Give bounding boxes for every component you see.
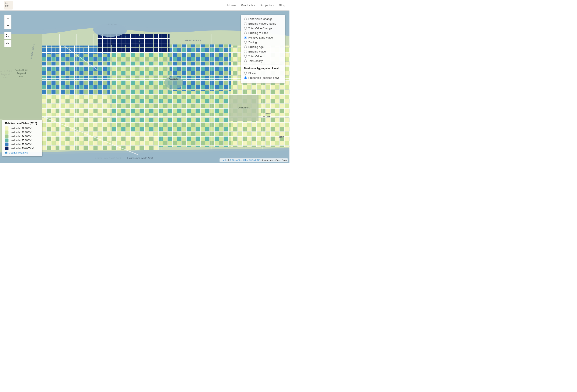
legend-item: Land value $2,000/m²: [5, 127, 39, 130]
label-building-age[interactable]: Building Age: [248, 45, 264, 48]
radio-agg-blocks[interactable]: [244, 72, 247, 74]
sidebar-item-building-value-change[interactable]: Building Value Change: [244, 22, 282, 25]
legend-label: Land value $2,000/m²: [10, 127, 32, 130]
legend-label: Land value $7,000/m²: [10, 143, 32, 145]
radio-land-value-change[interactable]: [244, 18, 247, 20]
vancouver-attribution: & Vancouver Open Data: [262, 159, 287, 161]
sidebar-item-tax-density[interactable]: Tax Density: [244, 59, 282, 63]
sidebar-divider: [244, 65, 282, 65]
nav-blog[interactable]: Blog: [279, 3, 285, 7]
svg-text:Central Park: Central Park: [238, 106, 250, 109]
leaflet-link[interactable]: Leaflet: [220, 159, 228, 161]
legend-label: Land value $3,000/m²: [10, 131, 32, 133]
radio-building-age[interactable]: [244, 46, 247, 48]
sidebar-panel: Land Value Change Building Value Change …: [241, 15, 285, 83]
sidebar-item-zoning[interactable]: Zoning: [244, 41, 282, 44]
sidebar-item-land-value-change[interactable]: Land Value Change: [244, 17, 282, 21]
legend-items: Land value $2,000/m² Land value $3,000/m…: [5, 127, 39, 150]
radio-zoning[interactable]: [244, 41, 247, 44]
legend-label: Land value $4,000/m²: [10, 135, 32, 137]
sidebar-item-building-age[interactable]: Building Age: [244, 45, 282, 48]
radio-total-value-change[interactable]: [244, 27, 247, 30]
mountainmath-text: MountainMath.ca: [8, 151, 28, 154]
legend-item: Land value $5,000/m²: [5, 138, 39, 142]
legend-item: Land value $4,000/m²: [5, 134, 39, 138]
nav-home[interactable]: Home: [227, 3, 236, 7]
mountainmath-icon: 🏔: [5, 151, 8, 154]
svg-point-180: [7, 43, 8, 44]
radio-agg-properties[interactable]: [244, 76, 247, 79]
products-dropdown-icon: ▾: [254, 4, 255, 7]
legend-swatch: [5, 147, 8, 150]
aggregation-options: Blocks Properties (desktop only): [244, 72, 282, 79]
zoom-out-button[interactable]: −: [4, 22, 11, 29]
label-total-value-change[interactable]: Total Value Change: [248, 27, 272, 30]
label-zoning[interactable]: Zoning: [248, 41, 257, 44]
legend-swatch: [5, 142, 8, 146]
aggregation-item-properties[interactable]: Properties (desktop only): [244, 76, 282, 79]
zoom-in-button[interactable]: +: [4, 15, 11, 22]
radio-building-value[interactable]: [244, 50, 247, 53]
label-building-value[interactable]: Building Value: [248, 50, 266, 53]
sidebar-item-building-value[interactable]: Building Value: [244, 50, 282, 53]
legend-item: Land value $7,000/m²: [5, 142, 39, 146]
svg-rect-137: [110, 53, 159, 131]
legend-swatch: [5, 138, 8, 142]
attribution-bar: Leaflet | © OpenStreetMap © CartoDB, & V…: [219, 158, 288, 162]
svg-text:Pacific Spirit: Pacific Spirit: [15, 69, 28, 71]
svg-text:Park: Park: [19, 75, 24, 78]
legend-swatch: [5, 127, 8, 130]
sidebar-item-total-value-change[interactable]: Total Value Change: [244, 27, 282, 30]
aggregation-title: Maximum Aggregation Level: [244, 67, 282, 70]
svg-text:SPRINGS DRIVE: SPRINGS DRIVE: [184, 39, 201, 42]
nav-links: Home Products ▾ Projects ▾ Blog: [227, 3, 285, 7]
svg-text:SOUTH: SOUTH: [278, 136, 285, 138]
zoom-controls: + −: [4, 15, 11, 29]
legend-panel: Relative Land Value (2016) Land value $2…: [2, 120, 42, 156]
svg-text:VILLAGE: VILLAGE: [263, 115, 271, 117]
map-controls: + −: [4, 15, 11, 47]
radio-relative-land-value[interactable]: [244, 36, 247, 39]
label-building-value-change[interactable]: Building Value Change: [248, 22, 276, 25]
radio-tax-density[interactable]: [244, 60, 247, 62]
label-agg-blocks[interactable]: Blocks: [248, 72, 256, 75]
sidebar-item-total-value[interactable]: Total Value: [244, 55, 282, 58]
legend-label: Land value $5,000/m²: [10, 139, 32, 141]
nav-products[interactable]: Products ▾: [241, 3, 255, 7]
radio-building-to-land[interactable]: [244, 32, 247, 34]
label-agg-properties[interactable]: Properties (desktop only): [248, 76, 279, 79]
label-building-to-land[interactable]: Building to Land: [248, 31, 268, 34]
svg-text:Trout Lake: Trout Lake: [169, 78, 179, 80]
openstreetmap-link[interactable]: © OpenStreetMap: [229, 159, 248, 161]
svg-text:GARDEN: GARDEN: [263, 113, 271, 115]
legend-swatch: [5, 131, 8, 134]
nav-projects[interactable]: Projects ▾: [260, 3, 274, 7]
radio-building-value-change[interactable]: [244, 22, 247, 25]
navbar: 山軟 數體 Home Products ▾ Projects ▾ Blog: [0, 0, 289, 11]
legend-title: Relative Land Value (2016): [5, 122, 39, 125]
cartodb-link[interactable]: © CartoDB: [249, 159, 260, 161]
aggregation-item-blocks[interactable]: Blocks: [244, 72, 282, 75]
legend-item: Land value $10,000/m²: [5, 147, 39, 150]
legend-label: Land value $10,000/m²: [10, 147, 34, 150]
svg-text:Fraser River (North Arm): Fraser River (North Arm): [127, 157, 153, 159]
sidebar-item-relative-land-value[interactable]: Relative Land Value: [244, 36, 282, 39]
label-total-value[interactable]: Total Value: [248, 55, 262, 58]
site-logo[interactable]: 山軟 數體: [4, 1, 13, 9]
fullscreen-button[interactable]: [4, 32, 11, 39]
label-land-value-change[interactable]: Land Value Change: [248, 17, 273, 21]
svg-text:山軟: 山軟: [5, 2, 8, 4]
svg-point-171: [94, 23, 126, 37]
map-layer-options: Land Value Change Building Value Change …: [244, 17, 282, 63]
legend-item: Land value $3,000/m²: [5, 131, 39, 134]
projects-dropdown-icon: ▾: [273, 4, 274, 7]
radio-total-value[interactable]: [244, 55, 247, 58]
label-relative-land-value[interactable]: Relative Land Value: [248, 36, 273, 39]
mountainmath-link[interactable]: 🏔 MountainMath.ca: [5, 151, 39, 154]
label-tax-density[interactable]: Tax Density: [248, 59, 262, 63]
svg-text:數體: 數體: [5, 5, 8, 7]
locate-button[interactable]: [4, 40, 11, 47]
sidebar-item-building-to-land[interactable]: Building to Land: [244, 31, 282, 34]
legend-swatch: [5, 134, 8, 138]
svg-text:Regional: Regional: [17, 72, 26, 74]
